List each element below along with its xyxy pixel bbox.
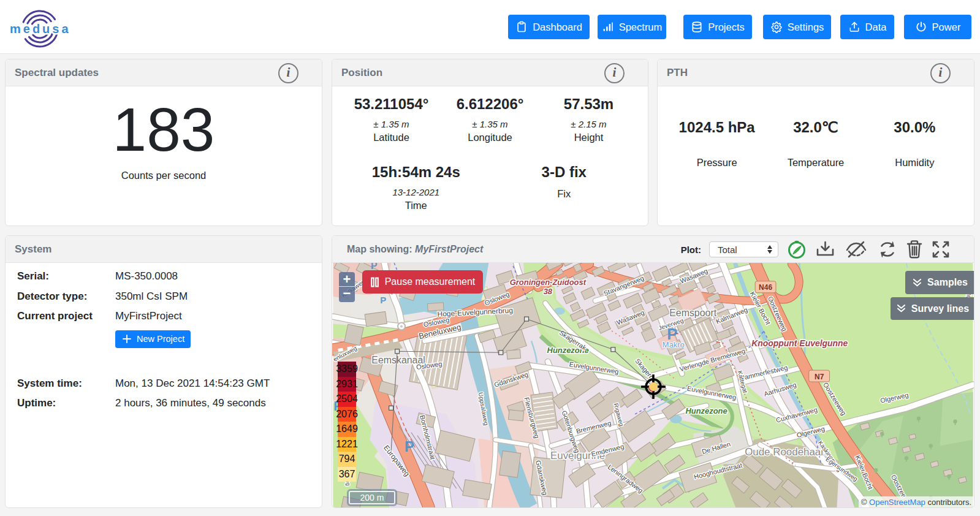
svg-text:P: P [371,263,378,271]
svg-text:38: 38 [544,287,553,296]
svg-text:P: P [405,438,414,455]
svg-text:Eemspoort: Eemspoort [669,308,716,318]
svg-text:Hunzezone: Hunzezone [685,406,727,415]
svg-text:P: P [667,325,677,343]
svg-text:Oude Roodehaan: Oude Roodehaan [745,446,826,458]
svg-text:P: P [380,295,386,305]
svg-text:Knooppunt Euvelgunne: Knooppunt Euvelgunne [751,338,848,348]
svg-text:Groningen-Zuidoost: Groningen-Zuidoost [510,278,587,287]
svg-text:N7: N7 [815,373,824,381]
svg-text:N46: N46 [759,283,772,292]
